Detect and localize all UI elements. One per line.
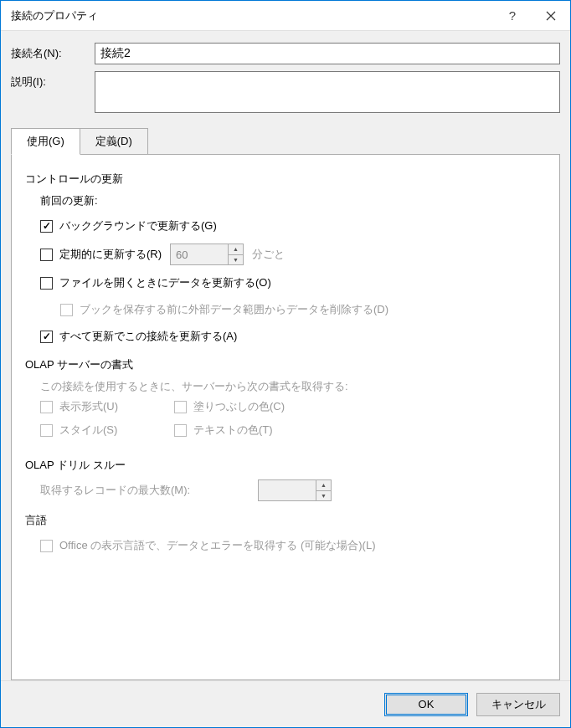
last-refresh-label: 前回の更新: xyxy=(40,193,546,208)
language-body: Office の表示言語で、データとエラーを取得する (可能な場合)(L) xyxy=(25,536,546,555)
help-button[interactable]: ? xyxy=(493,1,532,31)
max-records-spinner: ▲ ▼ xyxy=(258,479,332,501)
olap-format-grid: 表示形式(U) 塗りつぶしの色(C) スタイル(S) xyxy=(40,399,546,446)
tab-usage[interactable]: 使用(G) xyxy=(11,128,80,155)
max-records-input xyxy=(259,480,316,500)
spinner-arrows: ▲ ▼ xyxy=(316,480,331,500)
connection-name-row: 接続名(N): xyxy=(11,43,560,64)
olap-format-desc: この接続を使用するときに、サーバーから次の書式を取得する: xyxy=(40,379,546,394)
section-olap-format: OLAP サーバーの書式 xyxy=(25,357,546,372)
close-icon xyxy=(546,11,556,21)
periodic-minutes-spinner[interactable]: ▲ ▼ xyxy=(170,244,244,265)
connection-name-label: 接続名(N): xyxy=(11,43,95,61)
text-color-label: テキストの色(T) xyxy=(193,423,273,438)
periodic-refresh-row: 定期的に更新する(R) ▲ ▼ 分ごと xyxy=(40,244,546,265)
spinner-down-icon[interactable]: ▼ xyxy=(229,255,243,265)
remove-data-on-save-checkbox xyxy=(60,304,73,316)
section-language: 言語 xyxy=(25,513,546,528)
refresh-on-open-row: ファイルを開くときにデータを更新する(O) xyxy=(40,274,546,292)
ok-button[interactable]: OK xyxy=(384,693,468,716)
spinner-up-icon[interactable]: ▲ xyxy=(229,244,243,255)
dialog-footer: OK キャンセル xyxy=(1,680,570,727)
section-olap-drill: OLAP ドリル スルー xyxy=(25,458,546,473)
section-refresh-control: コントロールの更新 xyxy=(25,172,546,187)
spinner-down-icon: ▼ xyxy=(316,491,331,501)
tabs: 使用(G) 定義(D) コントロールの更新 前回の更新: バックグラウンドで更新… xyxy=(11,128,560,680)
description-row: 説明(I): xyxy=(11,71,560,113)
periodic-minutes-input xyxy=(171,244,228,264)
refresh-all-this-conn-label: すべて更新でこの接続を更新する(A) xyxy=(59,329,237,344)
close-button[interactable] xyxy=(532,1,570,31)
remove-data-on-save-label: ブックを保存する前に外部データ範囲からデータを削除する(D) xyxy=(80,302,388,317)
office-language-row: Office の表示言語で、データとエラーを取得する (可能な場合)(L) xyxy=(40,536,546,555)
number-format-label: 表示形式(U) xyxy=(59,399,118,414)
olap-drill-body: 取得するレコードの最大数(M): ▲ ▼ xyxy=(25,479,546,501)
style-checkbox xyxy=(40,424,53,437)
max-records-row: 取得するレコードの最大数(M): ▲ ▼ xyxy=(40,479,546,501)
background-refresh-label: バックグラウンドで更新する(G) xyxy=(59,218,217,233)
titlebar: 接続のプロパティ ? xyxy=(1,1,570,31)
spinner-up-icon: ▲ xyxy=(316,480,331,491)
dialog-window: 接続のプロパティ ? 接続名(N): 説明(I): 使用(G) 定義(D) コン… xyxy=(0,0,571,728)
office-language-checkbox xyxy=(40,540,53,552)
refresh-on-open-checkbox[interactable] xyxy=(40,277,53,290)
periodic-unit-label: 分ごと xyxy=(252,247,285,262)
connection-name-input[interactable] xyxy=(95,43,560,64)
refresh-all-this-conn-row: すべて更新でこの接続を更新する(A) xyxy=(40,327,546,346)
tabs-header: 使用(G) 定義(D) xyxy=(11,128,560,155)
fill-color-checkbox xyxy=(174,401,187,413)
description-input[interactable] xyxy=(95,71,560,113)
help-icon: ? xyxy=(509,8,516,23)
spinner-arrows: ▲ ▼ xyxy=(228,244,243,264)
refresh-on-open-label: ファイルを開くときにデータを更新する(O) xyxy=(59,275,271,290)
fill-color-label: 塗りつぶしの色(C) xyxy=(193,399,285,414)
style-label: スタイル(S) xyxy=(59,423,117,438)
periodic-refresh-label: 定期的に更新する(R) xyxy=(59,247,162,262)
background-refresh-row: バックグラウンドで更新する(G) xyxy=(40,217,546,235)
tab-definition[interactable]: 定義(D) xyxy=(80,128,148,155)
background-refresh-checkbox[interactable] xyxy=(40,220,53,233)
refresh-control-body: 前回の更新: バックグラウンドで更新する(G) 定期的に更新する(R) ▲ ▼ xyxy=(25,193,546,346)
periodic-refresh-checkbox[interactable] xyxy=(40,249,53,261)
text-color-checkbox xyxy=(174,424,187,437)
number-format-checkbox xyxy=(40,401,53,413)
tab-panel-usage: コントロールの更新 前回の更新: バックグラウンドで更新する(G) 定期的に更新… xyxy=(11,154,560,680)
olap-format-body: この接続を使用するときに、サーバーから次の書式を取得する: 表示形式(U) 塗り… xyxy=(25,379,546,446)
office-language-label: Office の表示言語で、データとエラーを取得する (可能な場合)(L) xyxy=(59,538,376,553)
description-label: 説明(I): xyxy=(11,71,95,90)
max-records-label: 取得するレコードの最大数(M): xyxy=(40,483,249,498)
remove-data-on-save-row: ブックを保存する前に外部データ範囲からデータを削除する(D) xyxy=(40,300,546,319)
cancel-button[interactable]: キャンセル xyxy=(476,693,560,716)
dialog-title: 接続のプロパティ xyxy=(11,8,493,23)
dialog-content: 接続名(N): 説明(I): 使用(G) 定義(D) コントロールの更新 前回の… xyxy=(1,31,570,680)
refresh-all-this-conn-checkbox[interactable] xyxy=(40,331,53,343)
